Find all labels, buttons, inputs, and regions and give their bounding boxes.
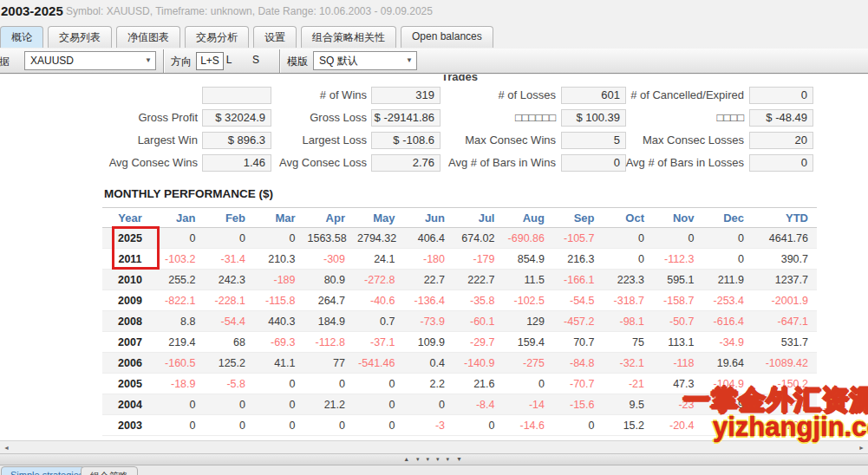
month-cell: 210.3 [258,249,308,270]
strategy-tab-bar: Simple strategies组合策略 [0,465,868,475]
panel-splitter[interactable]: ▲ ▾ ▾ ▾ ▾ ▼ [0,453,868,465]
month-cell: -98.1 [607,311,657,332]
month-cell: 242.3 [208,270,258,290]
ytd-cell: -7.4 [756,394,817,415]
chevron-down-icon: ▼ [406,52,413,69]
month-cell: -616.4 [707,311,757,332]
horizontal-scrollbar[interactable]: ◄ ► [0,440,868,453]
month-cell: 0 [557,415,607,436]
direction-button-L[interactable]: L [219,52,238,70]
month-cell: 22.9 [707,394,757,415]
month-cell: 0 [208,415,258,436]
month-cell: 0 [258,374,308,394]
month-cell: 223.3 [607,270,657,290]
stat-label: Avg Consec Wins [52,154,198,172]
month-cell: 9.5 [607,394,657,415]
splitter-handle[interactable]: ▲ ▾ ▾ ▾ ▾ ▼ [0,456,868,463]
month-cell: 0 [707,249,757,270]
stat-label: # of Cancelled/Expired [607,87,744,104]
month-cell: -136.4 [408,290,458,311]
month-cell: 15.2 [607,415,657,436]
bottom-tab-组合策略[interactable]: 组合策略 [81,466,138,475]
month-cell: -18.9 [158,374,208,394]
tab-3-交易分析[interactable]: 交易分析 [185,26,249,48]
stat-value: 0 [749,87,813,104]
month-cell: -180 [408,249,458,270]
ytd-cell: 531.7 [756,332,817,353]
tab-1-交易列表[interactable]: 交易列表 [48,26,112,48]
symbol-select[interactable]: XAUUSD ▼ [24,51,156,70]
year-cell: 2010 [102,270,158,290]
stat-label: Avg # of Bars in Wins [416,154,556,172]
tab-0-概论[interactable]: 概论 [0,26,43,48]
month-cell: -115.8 [258,290,308,311]
month-cell: -228.1 [208,290,258,311]
col-header-Jan: Jan [158,208,208,228]
month-cell: 0 [656,228,707,249]
template-select[interactable]: SQ 默认 ▼ [313,51,417,70]
month-cell: -118 [656,353,707,374]
tab-5-组合策略相关性[interactable]: 组合策略相关性 [301,26,396,48]
monthly-header-row: YearJanFebMarAprMayJunJulAugSepOctNovDec… [102,208,817,228]
month-cell: 159.4 [507,332,558,353]
tab-bar: 概论交易列表净值图表交易分析设置组合策略相关性Open balances [0,26,868,49]
tab-2-净值图表[interactable]: 净值图表 [116,26,180,48]
month-cell: 0 [208,228,258,249]
ytd-cell: -647.1 [756,311,817,332]
month-cell: 0 [357,374,408,394]
col-header-Year: Year [102,208,158,228]
month-cell: -54.4 [208,311,258,332]
red-highlight-annotation [112,226,160,270]
template-select-value: SQ 默认 [319,55,358,67]
month-cell: 255.2 [158,270,208,290]
report-title: 2003-2025 [1,3,63,18]
scroll-right-icon[interactable]: ► [855,442,868,453]
stat-value: 0 [749,154,813,172]
month-cell: -103.2 [158,249,208,270]
month-cell: -14 [507,394,558,415]
tab-6-Open balances[interactable]: Open balances [401,26,493,48]
col-header-May: May [357,208,408,228]
stat-value: 20 [749,132,813,149]
tab-4-设置[interactable]: 设置 [253,26,297,48]
month-cell: 22.7 [408,270,458,290]
month-cell: -105.7 [557,228,607,249]
year-cell: 2009 [102,290,158,311]
month-cell: 0 [507,374,558,394]
month-cell: 0 [408,394,458,415]
direction-button-S[interactable]: S [246,52,265,70]
month-cell: -32.1 [607,353,657,374]
year-cell: 2004 [102,394,158,415]
month-cell: 21.6 [457,374,507,394]
trades-section-title: Trades [102,75,817,83]
col-header-Oct: Oct [607,208,657,228]
monthly-performance-title: MONTHLY PERFORMANCE ($) [104,187,273,200]
scroll-left-icon[interactable]: ◄ [0,442,13,453]
month-cell: 129 [507,311,558,332]
table-row-2004: 200400021.200-8.4-14-15.69.5-2322.9-7.4 [102,394,817,415]
month-cell: -70.7 [557,374,607,394]
monthly-header: YearJanFebMarAprMayJunJulAugSepOctNovDec… [102,208,817,228]
month-cell: -54.5 [557,290,607,311]
month-cell: 440.3 [258,311,308,332]
title-bar: 2003-2025 Symbol: XAUUSD, Timeframe: unk… [0,0,868,24]
month-cell: 0 [607,228,657,249]
month-cell: -8.4 [457,394,507,415]
table-row-2007: 2007219.468-69.3-112.8-37.1109.9-29.7159… [102,332,817,353]
month-cell: 109.9 [408,332,458,353]
month-cell: -50.7 [656,311,707,332]
month-cell: -40.6 [357,290,408,311]
bottom-tab-Simple strategies[interactable]: Simple strategies [1,466,93,475]
ytd-cell: -2001.9 [756,290,817,311]
stat-value: 1.46 [202,154,271,172]
month-cell: 75 [607,332,657,353]
stat-label: Avg # of Bars in Losses [607,154,744,172]
ytd-cell: 1237.7 [756,270,817,290]
month-cell: 406.4 [408,228,458,249]
month-cell: 1563.58 [308,228,358,249]
month-cell: 0.7 [357,311,408,332]
month-cell: 0 [258,394,308,415]
month-cell: 0 [357,415,408,436]
month-cell: -160.5 [158,353,208,374]
month-cell: -158.7 [656,290,707,311]
